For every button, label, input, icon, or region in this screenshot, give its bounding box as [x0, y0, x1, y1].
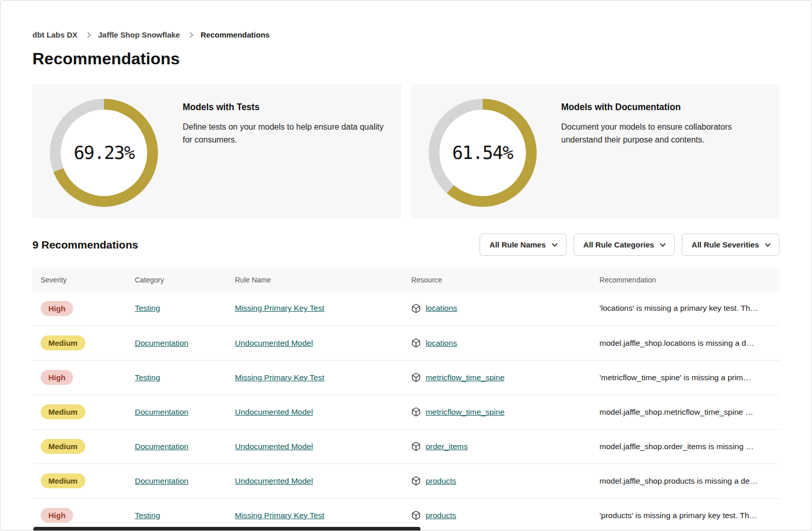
card-title: Models with Tests — [183, 102, 384, 113]
tests-donut-chart: 69.23% — [50, 99, 158, 207]
severity-badge: High — [41, 508, 73, 523]
category-link[interactable]: Documentation — [135, 442, 188, 451]
table-row: MediumDocumentationUndocumented Modelloc… — [32, 326, 780, 360]
rule-name-link[interactable]: Missing Primary Key Test — [235, 373, 325, 382]
recommendation-text: model.jaffle_shop.products is missing a … — [599, 476, 771, 486]
rule-name-link[interactable]: Missing Primary Key Test — [235, 511, 325, 520]
model-box-icon — [411, 476, 421, 486]
column-header-recommendation: Recommendation — [591, 269, 780, 291]
table-row: HighTestingMissing Primary Key Testmetri… — [32, 360, 780, 395]
column-header-resource: Resource — [403, 269, 591, 291]
severity-badge: Medium — [41, 473, 85, 488]
donut-hole: 69.23% — [61, 110, 147, 196]
resource-link[interactable]: metricflow_time_spine — [426, 408, 504, 417]
chevron-right-icon — [85, 32, 91, 38]
app-window: dbt Labs DX Jaffle Shop Snowflake Recomm… — [0, 0, 812, 531]
chevron-down-icon — [660, 241, 665, 246]
category-link[interactable]: Documentation — [135, 339, 188, 347]
model-box-icon — [411, 304, 421, 313]
resource-link[interactable]: products — [426, 476, 456, 486]
filter-label: All Rule Categories — [584, 240, 655, 249]
card-description: Document your models to ensure collabora… — [561, 121, 763, 147]
filter-label: All Rule Severities — [692, 240, 759, 249]
model-box-icon — [411, 338, 421, 348]
rule-name-link[interactable]: Undocumented Model — [235, 476, 313, 485]
donut-hole: 61.54% — [439, 110, 526, 196]
filter-bar: All Rule Names All Rule Categories All R… — [480, 234, 780, 256]
model-box-icon — [411, 373, 421, 382]
table-row: HighTestingMissing Primary Key Testlocat… — [32, 291, 780, 326]
recommendation-text: model.jaffle_shop.order_items is missing… — [599, 442, 771, 451]
severity-badge: Medium — [41, 335, 85, 350]
resource-link[interactable]: order_items — [426, 442, 468, 451]
page-title: Recommendations — [32, 49, 780, 68]
severity-badge: Medium — [41, 439, 85, 454]
card-title: Models with Documentation — [561, 102, 763, 113]
resource-link[interactable]: products — [426, 511, 456, 520]
breadcrumb-item-account[interactable]: dbt Labs DX — [32, 30, 78, 39]
rule-name-link[interactable]: Undocumented Model — [235, 339, 313, 347]
card-description: Define tests on your models to help ensu… — [183, 121, 384, 147]
recommendations-table: Severity Category Rule Name Resource Rec… — [32, 269, 780, 531]
model-box-icon — [411, 441, 421, 451]
rule-severities-filter-dropdown[interactable]: All Rule Severities — [682, 234, 780, 256]
column-header-severity: Severity — [32, 269, 127, 291]
recommendations-table-body: HighTestingMissing Primary Key Testlocat… — [32, 291, 780, 531]
models-with-documentation-card: 61.54% Models with Documentation Documen… — [411, 84, 780, 218]
column-header-rule-name: Rule Name — [227, 269, 403, 291]
rule-name-link[interactable]: Undocumented Model — [235, 442, 313, 451]
metric-cards: 69.23% Models with Tests Define tests on… — [32, 84, 780, 218]
model-box-icon — [411, 510, 421, 520]
recommendation-text: 'locations' is missing a primary key tes… — [599, 304, 771, 313]
recommendation-text: model.jaffle_shop.locations is missing a… — [599, 339, 771, 348]
rule-name-link[interactable]: Undocumented Model — [235, 408, 313, 416]
category-link[interactable]: Testing — [135, 373, 160, 382]
resource-link[interactable]: locations — [426, 304, 457, 313]
resource-link[interactable]: locations — [426, 339, 457, 348]
model-box-icon — [411, 407, 421, 417]
rule-name-link[interactable]: Missing Primary Key Test — [235, 304, 325, 312]
breadcrumb-item-project[interactable]: Jaffle Shop Snowflake — [98, 30, 180, 39]
recommendation-text: 'products' is missing a primary key test… — [599, 511, 771, 520]
category-link[interactable]: Documentation — [135, 476, 188, 485]
recommendations-count-title: 9 Recommendations — [32, 239, 138, 251]
table-row: HighTestingMissing Primary Key Testprodu… — [32, 498, 780, 531]
category-link[interactable]: Testing — [135, 511, 160, 520]
recommendation-text: 'metricflow_time_spine' is missing a pri… — [599, 373, 771, 382]
tests-percent-value: 69.23% — [74, 143, 134, 163]
table-header: Severity Category Rule Name Resource Rec… — [32, 269, 780, 291]
documentation-donut-chart: 61.54% — [429, 99, 537, 207]
rule-names-filter-dropdown[interactable]: All Rule Names — [480, 234, 566, 256]
recommendation-text: model.jaffle_shop.metricflow_time_spine … — [599, 408, 771, 417]
recommendations-list-header: 9 Recommendations All Rule Names All Rul… — [32, 234, 780, 256]
severity-badge: High — [41, 370, 73, 385]
severity-badge: Medium — [41, 404, 85, 419]
resource-link[interactable]: metricflow_time_spine — [426, 373, 504, 382]
table-row: MediumDocumentationUndocumented Modelpro… — [32, 464, 780, 498]
category-link[interactable]: Testing — [135, 304, 160, 312]
breadcrumb: dbt Labs DX Jaffle Shop Snowflake Recomm… — [32, 1, 780, 39]
chevron-down-icon — [765, 241, 770, 246]
table-row: MediumDocumentationUndocumented Modelord… — [32, 429, 780, 464]
filter-label: All Rule Names — [489, 240, 545, 249]
rule-categories-filter-dropdown[interactable]: All Rule Categories — [574, 234, 675, 256]
column-header-category: Category — [127, 269, 227, 291]
severity-badge: High — [41, 301, 73, 316]
category-link[interactable]: Documentation — [135, 408, 188, 416]
horizontal-scrollbar-thumb[interactable] — [33, 527, 420, 530]
chevron-right-icon — [187, 32, 193, 38]
table-row: MediumDocumentationUndocumented Modelmet… — [32, 395, 780, 429]
documentation-percent-value: 61.54% — [452, 143, 513, 163]
models-with-tests-card: 69.23% Models with Tests Define tests on… — [32, 84, 401, 218]
breadcrumb-item-current: Recommendations — [201, 30, 270, 39]
chevron-down-icon — [552, 241, 557, 246]
